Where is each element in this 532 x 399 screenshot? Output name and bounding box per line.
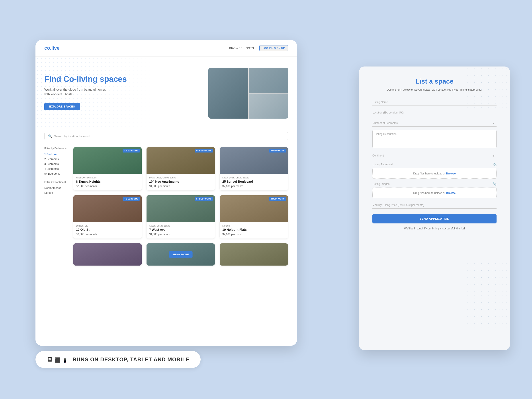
listing-card[interactable]: 2 BEDROOMS London 10 Holborn Flats $2,00… <box>219 195 288 239</box>
listing-price: $2,000 per month <box>222 185 285 188</box>
continent-filter-title: Filter by Continent <box>44 181 73 183</box>
bedrooms-group: Number of Bedrooms 1 2 3 4 5+ ▼ <box>372 120 497 127</box>
listing-name-input[interactable] <box>372 99 497 106</box>
hero-img-1 <box>208 68 248 119</box>
listing-card[interactable]: 4 BEDROOMS London, UK 10 Old St $2,000 p… <box>73 195 142 239</box>
search-bar[interactable]: 🔍 Search by location, keyword <box>44 132 288 140</box>
bedroom-filter-title: Filter by Bedrooms <box>44 147 73 150</box>
logo: co.live <box>44 45 59 51</box>
thumbnail-browse-link[interactable]: Browse <box>446 172 456 175</box>
listing-image <box>220 243 288 266</box>
images-label: Listing Images <box>372 183 389 185</box>
show-more-button[interactable]: SHOW MORE <box>169 251 193 258</box>
navbar: co.live BROWSE HOSTS LOG IN / SIGN UP <box>35 40 297 57</box>
hero-img-3 <box>249 94 288 119</box>
price-input[interactable] <box>372 202 497 209</box>
bedroom-filter-section: Filter by Bedrooms 1 Bedroom 2 Bedrooms … <box>44 147 73 176</box>
send-application-button[interactable]: SEND APPLICATION <box>372 214 497 223</box>
sidebar: Filter by Bedrooms 1 Bedroom 2 Bedrooms … <box>44 147 73 266</box>
form-subtitle: Use the form below to list your space, w… <box>372 88 497 92</box>
listing-name: 10 Old St <box>76 228 139 231</box>
listing-price: $2,000 per month <box>76 233 139 236</box>
listing-badge: 5+ BEDROOMS <box>195 197 213 201</box>
mobile-icon: 📱 <box>62 358 67 363</box>
thumbnail-label-row: Listing Thumbnail 📎 <box>372 163 497 166</box>
listing-badge: 4 BEDROOMS <box>123 197 140 201</box>
listing-price: $2,000 per month <box>222 233 285 236</box>
explore-button[interactable]: EXPLORE SPACES <box>44 103 80 110</box>
listing-name-group <box>372 99 497 106</box>
location-input[interactable] <box>372 109 497 116</box>
location-group <box>372 109 497 116</box>
listing-card[interactable] <box>219 243 288 266</box>
listing-price: $2,000 per month <box>76 185 139 188</box>
hero-subtitle: Work all over the globe from beautiful h… <box>44 87 106 97</box>
browse-hosts-link[interactable]: BROWSE HOSTS <box>229 47 254 50</box>
form-footer: We'll be in touch if your listing is suc… <box>372 227 497 230</box>
images-upload-area[interactable]: Drag files here to upload or Browse <box>372 188 497 198</box>
hero-text: Find Co-living spaces Work all over the … <box>44 68 200 110</box>
thumbnail-upload-text: Drag files here to upload or Browse <box>413 172 456 175</box>
device-icons: 🖥 ⬛ 📱 <box>47 356 67 363</box>
listing-location: Miami, United States <box>76 177 139 179</box>
listing-price: $1,500 per month <box>149 233 212 236</box>
listing-card[interactable]: SHOW MORE <box>146 243 215 266</box>
images-upload-text: Drag files here to upload or Browse <box>413 191 456 195</box>
continent-filter-section: Filter by Continent North America Europe <box>44 181 73 195</box>
listing-card[interactable]: 2 BEDROOMS Los Angeles, United States 25… <box>219 147 288 191</box>
thumbnail-upload-area[interactable]: Drag files here to upload or Browse <box>372 168 497 179</box>
search-placeholder: Search by location, keyword <box>54 134 90 138</box>
images-label-row: Listing Images 📎 <box>372 182 497 186</box>
clip-icon: 📎 <box>493 182 497 186</box>
listing-card[interactable] <box>73 243 142 266</box>
listing-info: Austin, United States 7 West Ave $1,500 … <box>146 222 215 239</box>
bedrooms-select[interactable]: Number of Bedrooms 1 2 3 4 5+ <box>372 120 497 127</box>
filter-2-bedrooms[interactable]: 2 Bedrooms <box>44 157 73 162</box>
images-group: Listing Images 📎 Drag files here to uplo… <box>372 182 497 198</box>
listing-name: 7 West Ave <box>149 228 212 231</box>
bedrooms-select-wrap: Number of Bedrooms 1 2 3 4 5+ ▼ <box>372 120 497 127</box>
filter-5-bedrooms[interactable]: 5+ Bedrooms <box>44 171 73 176</box>
form-dots-bottom <box>466 262 510 328</box>
left-card: co.live BROWSE HOSTS LOG IN / SIGN UP Fi… <box>35 40 297 346</box>
filter-europe[interactable]: Europe <box>44 190 73 195</box>
listing-badge: 5+ BEDROOMS <box>195 149 213 152</box>
continent-select[interactable]: Continent North America Europe Asia Afri… <box>372 152 497 159</box>
listing-card[interactable]: 4 BEDROOMS Miami, United States 8 Tampa … <box>73 147 142 191</box>
tablet-icon: ⬛ <box>55 357 61 363</box>
listing-name: 25 Sunset Boulevard <box>222 180 285 183</box>
listing-description-input[interactable] <box>372 130 497 148</box>
thumbnail-group: Listing Thumbnail 📎 Drag files here to u… <box>372 163 497 179</box>
filter-1-bedroom[interactable]: 1 Bedroom <box>44 152 73 157</box>
thumbnail-label: Listing Thumbnail <box>372 163 393 166</box>
filter-4-bedrooms[interactable]: 4 Bedrooms <box>44 166 73 171</box>
listing-card[interactable]: 5+ BEDROOMS Austin, United States 7 West… <box>146 195 215 239</box>
listing-badge: 2 BEDROOMS <box>269 197 286 201</box>
bottom-bar: 🖥 ⬛ 📱 RUNS ON DESKTOP, TABLET AND MOBILE <box>35 351 201 368</box>
listing-name: 104 Neu Apartments <box>149 180 212 183</box>
right-card: List a space Use the form below to list … <box>359 66 510 350</box>
listing-name: 10 Holborn Flats <box>222 228 285 231</box>
filter-north-america[interactable]: North America <box>44 185 73 190</box>
listing-badge: 2 BEDROOMS <box>269 149 286 152</box>
clip-icon: 📎 <box>493 163 497 166</box>
listing-location: Austin, United States <box>149 225 212 227</box>
listing-card[interactable]: 5+ BEDROOMS Los Angeles, United States 1… <box>146 147 215 191</box>
listing-info: Miami, United States 8 Tampa Heights $2,… <box>73 174 142 190</box>
search-icon: 🔍 <box>48 134 52 138</box>
listing-location: London <box>222 225 285 227</box>
listing-info: Los Angeles, United States 25 Sunset Bou… <box>220 174 288 190</box>
login-button[interactable]: LOG IN / SIGN UP <box>259 45 288 51</box>
hero-title: Find Co-living spaces <box>44 74 200 84</box>
filter-3-bedrooms[interactable]: 3 Bedrooms <box>44 162 73 166</box>
description-group <box>372 130 497 149</box>
listing-location: London, UK <box>76 225 139 227</box>
continent-select-wrap: Continent North America Europe Asia Afri… <box>372 152 497 159</box>
continent-group: Continent North America Europe Asia Afri… <box>372 152 497 159</box>
listing-info: Los Angeles, United States 104 Neu Apart… <box>146 174 215 190</box>
desktop-icon: 🖥 <box>47 356 53 363</box>
main-content: Filter by Bedrooms 1 Bedroom 2 Bedrooms … <box>35 145 297 268</box>
listing-badge: 4 BEDROOMS <box>123 149 140 152</box>
images-browse-link[interactable]: Browse <box>446 191 456 195</box>
bottom-text: RUNS ON DESKTOP, TABLET AND MOBILE <box>72 356 190 363</box>
